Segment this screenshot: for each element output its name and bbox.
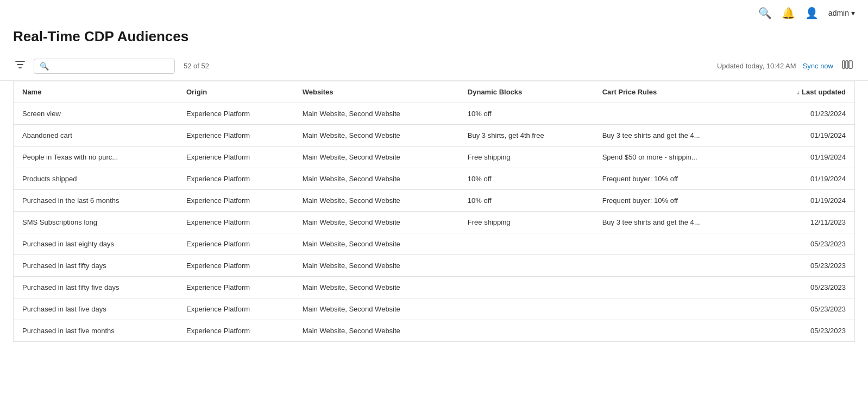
cell-dynamic_blocks: 10% off <box>459 168 594 190</box>
sync-now-button[interactable]: Sync now <box>803 62 833 70</box>
cell-origin: Experience Platform <box>178 298 294 320</box>
cell-last_updated: 05/23/2023 <box>759 233 855 255</box>
cell-websites: Main Website, Second Website <box>294 103 459 125</box>
col-header-last-updated[interactable]: ↓Last updated <box>759 81 855 103</box>
table-row[interactable]: Purchased in the last 6 monthsExperience… <box>14 190 855 212</box>
col-header-dynamic-blocks[interactable]: Dynamic Blocks <box>459 81 594 103</box>
table-row[interactable]: Products shippedExperience PlatformMain … <box>14 168 855 190</box>
audiences-table: Name Origin Websites Dynamic Blocks Cart… <box>13 81 855 342</box>
cell-last_updated: 05/23/2023 <box>759 298 855 320</box>
table-row[interactable]: Abandoned cartExperience PlatformMain We… <box>14 125 855 147</box>
cell-last_updated: 12/11/2023 <box>759 212 855 233</box>
table-row[interactable]: Purchased in last eighty daysExperience … <box>14 233 855 255</box>
cell-origin: Experience Platform <box>178 168 294 190</box>
table-header-row: Name Origin Websites Dynamic Blocks Cart… <box>14 81 855 103</box>
cell-cart_price_rules: Frequent buyer: 10% off <box>594 168 759 190</box>
cell-last_updated: 05/23/2023 <box>759 277 855 298</box>
cell-websites: Main Website, Second Website <box>294 255 459 277</box>
cell-name: Products shipped <box>14 168 178 190</box>
table-row[interactable]: Purchased in last fifty daysExperience P… <box>14 255 855 277</box>
user-icon[interactable]: 👤 <box>805 7 819 20</box>
cell-cart_price_rules: Buy 3 tee shirts and get the 4... <box>594 212 759 233</box>
cell-dynamic_blocks <box>459 233 594 255</box>
table-container: Name Origin Websites Dynamic Blocks Cart… <box>0 81 868 342</box>
cell-cart_price_rules: Buy 3 tee shirts and get the 4... <box>594 125 759 147</box>
top-bar-icons: 🔍 🔔 👤 admin ▾ <box>758 7 855 20</box>
cell-cart_price_rules <box>594 298 759 320</box>
cell-origin: Experience Platform <box>178 103 294 125</box>
cell-origin: Experience Platform <box>178 255 294 277</box>
cell-cart_price_rules <box>594 320 759 342</box>
search-icon[interactable]: 🔍 <box>758 7 772 20</box>
cell-last_updated: 05/23/2023 <box>759 255 855 277</box>
notification-icon[interactable]: 🔔 <box>782 7 795 20</box>
cell-websites: Main Website, Second Website <box>294 233 459 255</box>
cell-cart_price_rules: Spend $50 or more - shippin... <box>594 147 759 168</box>
table-row[interactable]: SMS Subscriptions longExperience Platfor… <box>14 212 855 233</box>
cell-name: Abandoned cart <box>14 125 178 147</box>
cell-last_updated: 01/19/2024 <box>759 168 855 190</box>
cell-websites: Main Website, Second Website <box>294 125 459 147</box>
cell-last_updated: 01/19/2024 <box>759 147 855 168</box>
cell-dynamic_blocks: Free shipping <box>459 212 594 233</box>
columns-button[interactable] <box>840 57 855 75</box>
col-header-websites[interactable]: Websites <box>294 81 459 103</box>
cell-origin: Experience Platform <box>178 277 294 298</box>
cell-origin: Experience Platform <box>178 190 294 212</box>
cell-last_updated: 01/23/2024 <box>759 103 855 125</box>
cell-origin: Experience Platform <box>178 125 294 147</box>
admin-menu[interactable]: admin ▾ <box>828 9 855 17</box>
cell-websites: Main Website, Second Website <box>294 168 459 190</box>
table-row[interactable]: People in Texas with no purc...Experienc… <box>14 147 855 168</box>
cell-origin: Experience Platform <box>178 320 294 342</box>
col-header-name[interactable]: Name <box>14 81 178 103</box>
col-header-cart-price-rules[interactable]: Cart Price Rules <box>594 81 759 103</box>
cell-name: Purchased in last five months <box>14 320 178 342</box>
toolbar-right: Updated today, 10:42 AM Sync now <box>717 57 855 75</box>
cell-last_updated: 01/19/2024 <box>759 190 855 212</box>
cell-dynamic_blocks <box>459 255 594 277</box>
cell-name: Screen view <box>14 103 178 125</box>
cell-name: Purchased in last fifty days <box>14 255 178 277</box>
cell-websites: Main Website, Second Website <box>294 147 459 168</box>
cell-last_updated: 05/23/2023 <box>759 320 855 342</box>
search-box[interactable]: 🔍 <box>34 59 175 74</box>
page-title: Real-Time CDP Audiences <box>13 28 855 45</box>
columns-icon <box>842 59 853 70</box>
cell-origin: Experience Platform <box>178 233 294 255</box>
cell-last_updated: 01/19/2024 <box>759 125 855 147</box>
cell-websites: Main Website, Second Website <box>294 298 459 320</box>
cell-name: SMS Subscriptions long <box>14 212 178 233</box>
cell-name: Purchased in last five days <box>14 298 178 320</box>
cell-dynamic_blocks <box>459 298 594 320</box>
cell-origin: Experience Platform <box>178 212 294 233</box>
table-row[interactable]: Purchased in last five daysExperience Pl… <box>14 298 855 320</box>
cell-cart_price_rules <box>594 277 759 298</box>
search-icon-inner: 🔍 <box>40 62 49 71</box>
cell-websites: Main Website, Second Website <box>294 277 459 298</box>
table-row[interactable]: Screen viewExperience PlatformMain Websi… <box>14 103 855 125</box>
col-header-origin[interactable]: Origin <box>178 81 294 103</box>
cell-name: People in Texas with no purc... <box>14 147 178 168</box>
updated-text: Updated today, 10:42 AM <box>717 62 796 70</box>
cell-cart_price_rules: Frequent buyer: 10% off <box>594 190 759 212</box>
cell-dynamic_blocks <box>459 320 594 342</box>
cell-dynamic_blocks: Buy 3 shirts, get 4th free <box>459 125 594 147</box>
record-count: 52 of 52 <box>184 62 209 70</box>
cell-dynamic_blocks: Free shipping <box>459 147 594 168</box>
cell-name: Purchased in the last 6 months <box>14 190 178 212</box>
cell-websites: Main Website, Second Website <box>294 212 459 233</box>
table-row[interactable]: Purchased in last fifty five daysExperie… <box>14 277 855 298</box>
cell-cart_price_rules <box>594 255 759 277</box>
svg-rect-2 <box>849 61 852 68</box>
cell-websites: Main Website, Second Website <box>294 190 459 212</box>
table-row[interactable]: Purchased in last five monthsExperience … <box>14 320 855 342</box>
cell-name: Purchased in last eighty days <box>14 233 178 255</box>
cell-cart_price_rules <box>594 103 759 125</box>
filter-button[interactable] <box>13 58 27 74</box>
search-input[interactable] <box>52 62 169 71</box>
cell-cart_price_rules <box>594 233 759 255</box>
cell-dynamic_blocks: 10% off <box>459 190 594 212</box>
admin-label-text: admin <box>828 9 849 17</box>
filter-icon <box>15 60 25 69</box>
